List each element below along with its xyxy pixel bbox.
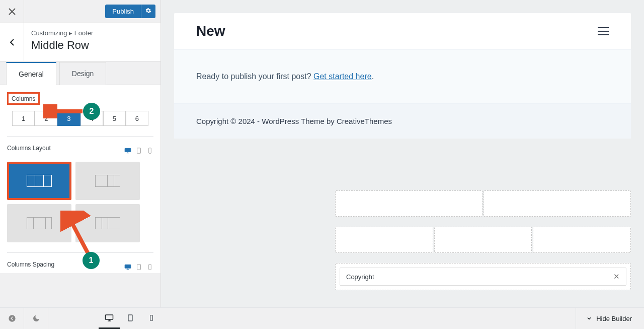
annotation-badge-2: 2 <box>83 103 100 120</box>
customizer-sidebar: Publish Customizing ▸ Footer Middle Row … <box>0 0 161 307</box>
collapse-button[interactable] <box>0 308 24 329</box>
builder-bottom-row: Copyright ✕ <box>335 263 631 290</box>
site-title: New <box>196 23 225 39</box>
sidebar-top-bar: Publish <box>0 0 160 23</box>
spacing-label-row: Columns Spacing <box>7 261 153 273</box>
chevron-down-icon <box>586 315 592 321</box>
svg-point-10 <box>9 315 15 321</box>
chevron-left-icon <box>10 38 15 46</box>
hide-builder-label: Hide Builder <box>596 315 632 322</box>
builder-cell[interactable] <box>434 227 532 253</box>
site-header: New <box>174 13 631 49</box>
dark-mode-button[interactable] <box>24 308 48 329</box>
copyright-label: Copyright <box>346 273 374 281</box>
device-tablet-icon[interactable] <box>135 264 142 271</box>
preview-frame: New Ready to publish your first post? Ge… <box>174 13 631 139</box>
col-choice-6[interactable]: 6 <box>126 111 148 126</box>
builder-top-row <box>335 190 631 217</box>
publish-settings-button[interactable] <box>141 5 155 18</box>
breadcrumb-row: Customizing ▸ Footer Middle Row <box>0 23 160 61</box>
device-switcher <box>99 308 162 329</box>
builder-middle-row <box>335 227 631 253</box>
device-desktop-icon[interactable] <box>124 264 131 271</box>
back-button[interactable] <box>0 23 24 61</box>
svg-rect-13 <box>150 315 153 320</box>
preview-area: New Ready to publish your first post? Ge… <box>161 0 644 307</box>
svg-rect-5 <box>149 265 151 270</box>
columns-label: Columns <box>7 92 40 105</box>
hide-builder-button[interactable]: Hide Builder <box>576 308 644 329</box>
device-desktop-icon[interactable] <box>124 147 131 154</box>
publish-group: Publish <box>105 5 155 18</box>
close-customizer-button[interactable] <box>0 0 24 23</box>
svg-line-7 <box>69 218 88 253</box>
desktop-icon <box>105 313 114 322</box>
gear-icon <box>145 8 151 14</box>
close-icon <box>9 8 16 15</box>
builder-cell[interactable] <box>484 190 631 217</box>
svg-rect-11 <box>106 315 113 319</box>
svg-rect-12 <box>128 315 132 321</box>
layout-equal-3[interactable] <box>7 162 71 200</box>
builder-cell[interactable] <box>335 227 433 253</box>
layout-device-icons <box>124 147 153 154</box>
tab-general[interactable]: General <box>6 62 56 85</box>
moon-icon <box>32 314 40 322</box>
layout-label: Columns Layout <box>7 145 51 152</box>
footer-builder: Copyright ✕ <box>335 190 631 290</box>
col-choice-1[interactable]: 1 <box>12 111 35 126</box>
layout-wide-left[interactable] <box>75 162 140 200</box>
hamburger-icon <box>598 27 609 28</box>
tab-design[interactable]: Design <box>59 62 107 85</box>
annotation-arrow-2 <box>43 104 86 118</box>
menu-toggle[interactable] <box>598 27 609 35</box>
breadcrumb-content: Customizing ▸ Footer Middle Row <box>24 23 100 61</box>
bottom-toolbar: Hide Builder <box>0 307 644 329</box>
breadcrumb-path: Customizing ▸ Footer <box>31 29 93 37</box>
device-mobile-icon[interactable] <box>146 264 153 271</box>
body-text: Ready to publish your first post? <box>196 72 313 81</box>
svg-rect-0 <box>125 148 131 152</box>
device-mobile-button[interactable] <box>141 308 162 329</box>
builder-cell[interactable] <box>533 227 631 253</box>
breadcrumb-title: Middle Row <box>31 39 93 52</box>
site-body: Ready to publish your first post? Get st… <box>174 49 631 104</box>
annotation-badge-1: 1 <box>83 252 100 269</box>
publish-button[interactable]: Publish <box>105 5 141 18</box>
remove-copyright-button[interactable]: ✕ <box>613 272 620 281</box>
spacing-device-icons <box>124 264 153 271</box>
get-started-link[interactable]: Get started here <box>313 72 372 81</box>
svg-rect-3 <box>125 265 131 268</box>
device-desktop-button[interactable] <box>99 308 120 329</box>
layout-label-row: Columns Layout <box>7 145 153 157</box>
spacing-label: Columns Spacing <box>7 261 54 268</box>
device-mobile-icon[interactable] <box>146 147 153 154</box>
tablet-icon <box>126 314 134 322</box>
copyright-block[interactable]: Copyright ✕ <box>340 268 626 286</box>
device-tablet-icon[interactable] <box>135 147 142 154</box>
svg-rect-1 <box>137 148 141 154</box>
divider <box>7 136 153 137</box>
toolbar-left <box>0 308 48 329</box>
col-choice-5[interactable]: 5 <box>103 111 126 126</box>
settings-tabs: General Design <box>0 61 160 85</box>
svg-rect-4 <box>137 265 141 270</box>
mobile-icon <box>148 314 155 321</box>
svg-rect-2 <box>149 148 151 154</box>
builder-cell[interactable] <box>335 190 482 217</box>
device-tablet-button[interactable] <box>120 308 141 329</box>
chevron-left-circle-icon <box>8 314 16 322</box>
annotation-arrow-1 <box>60 211 101 258</box>
site-footer: Copyright © 2024 - WordPress Theme by Cr… <box>174 104 631 139</box>
